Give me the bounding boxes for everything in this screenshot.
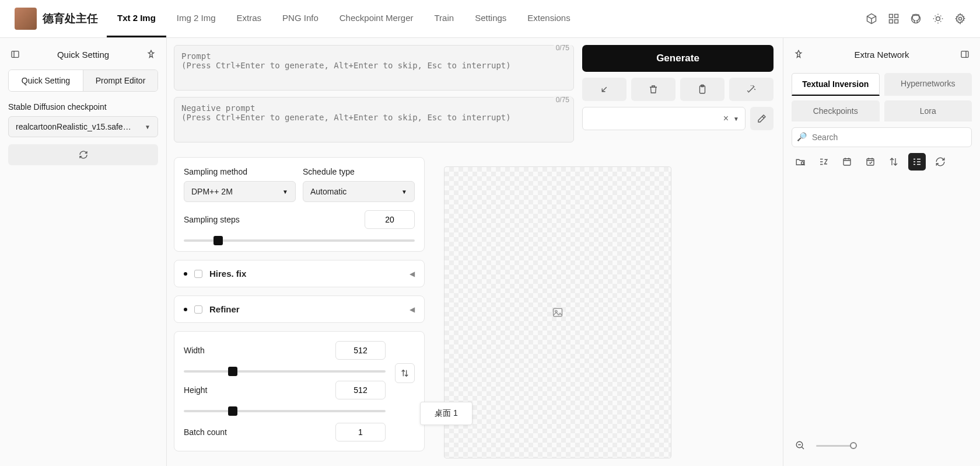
extra-search-input[interactable]: [792, 127, 972, 147]
chevron-down-icon: ▼: [733, 116, 739, 122]
tab-extras[interactable]: Extras: [226, 0, 272, 37]
zoom-out-icon[interactable]: [792, 437, 809, 454]
extra-tab-textual-inversion[interactable]: Textual Inversion: [792, 73, 880, 96]
github-icon[interactable]: [910, 13, 922, 25]
app-title: 德育处主任: [43, 11, 98, 26]
svg-rect-11: [554, 308, 562, 316]
sampling-method-label: Sampling method: [184, 167, 296, 176]
refresh-icon[interactable]: [932, 153, 949, 171]
refresh-icon: [79, 150, 88, 159]
sampling-method-value: DPM++ 2M: [191, 187, 233, 196]
hires-label: Hires. fix: [209, 269, 246, 279]
tab-ckpt-merger[interactable]: Checkpoint Merger: [329, 0, 424, 37]
seg-quick-setting[interactable]: Quick Setting: [9, 70, 83, 91]
sort-name-icon[interactable]: [815, 153, 832, 171]
tab-pnginfo[interactable]: PNG Info: [272, 0, 329, 37]
svg-point-6: [959, 18, 962, 20]
clipboard-button[interactable]: [680, 78, 724, 101]
neg-prompt-token-counter: 0/75: [554, 96, 572, 104]
right-panel-title: Extra Network: [806, 50, 958, 60]
neg-prompt-input[interactable]: [174, 97, 574, 142]
hires-checkbox[interactable]: [194, 270, 202, 278]
prompt-token-counter: 0/75: [554, 45, 572, 52]
sort-modified-icon[interactable]: [862, 153, 879, 171]
tab-txt2img[interactable]: Txt 2 Img: [107, 0, 166, 37]
collapse-caret-icon: ◀: [410, 305, 415, 314]
sun-icon[interactable]: [932, 13, 944, 25]
collapse-left-icon[interactable]: [8, 47, 22, 61]
tree-view-icon[interactable]: [908, 153, 926, 171]
checkpoint-label: Stable Diffusion checkpoint: [8, 102, 158, 112]
checkpoint-select[interactable]: realcartoonRealistic_v15.safetensors ▼: [8, 116, 158, 137]
refiner-accordion[interactable]: Refiner ◀: [174, 295, 425, 323]
sampling-method-select[interactable]: DPM++ 2M ▼: [184, 181, 296, 202]
status-dot-icon: [184, 272, 187, 276]
refiner-checkbox[interactable]: [194, 305, 202, 314]
zoom-slider[interactable]: [816, 445, 857, 447]
left-panel-title: Quick Setting: [22, 50, 144, 60]
edit-styles-button[interactable]: [750, 107, 774, 130]
collapse-caret-icon: ◀: [410, 270, 415, 278]
svg-point-5: [936, 17, 940, 21]
schedule-type-label: Schedule type: [303, 167, 415, 176]
sampling-steps-input[interactable]: [365, 210, 415, 229]
pin-icon[interactable]: [144, 47, 158, 61]
folder-search-icon[interactable]: [792, 153, 809, 171]
svg-rect-0: [890, 15, 893, 18]
chevron-down-icon: ▼: [282, 189, 288, 195]
tab-settings[interactable]: Settings: [464, 0, 517, 37]
pin-icon[interactable]: [792, 47, 806, 61]
status-dot-icon: [184, 308, 187, 311]
slider-thumb[interactable]: [228, 406, 237, 416]
slider-thumb[interactable]: [214, 236, 223, 245]
width-label: Width: [184, 346, 205, 355]
sampling-steps-slider[interactable]: [184, 239, 415, 242]
magic-wand-button[interactable]: [729, 78, 774, 101]
collapse-right-icon[interactable]: [958, 47, 972, 61]
seg-prompt-editor[interactable]: Prompt Editor: [83, 70, 158, 91]
gear-icon[interactable]: [954, 13, 966, 25]
chevron-down-icon: ▼: [401, 189, 407, 195]
image-placeholder-icon: [552, 307, 564, 318]
grid-icon[interactable]: [888, 13, 900, 25]
width-slider[interactable]: [184, 370, 386, 373]
search-icon: 🔎: [797, 132, 807, 141]
cube-icon[interactable]: [866, 13, 877, 25]
height-slider[interactable]: [184, 410, 386, 412]
tab-img2img[interactable]: Img 2 Img: [166, 0, 226, 37]
arrow-down-left-button[interactable]: [582, 78, 626, 101]
height-input[interactable]: [335, 381, 386, 399]
slider-thumb[interactable]: [850, 442, 857, 449]
main-tabs: Txt 2 Img Img 2 Img Extras PNG Info Chec…: [107, 0, 866, 37]
svg-rect-7: [12, 51, 19, 58]
schedule-type-value: Automatic: [310, 187, 346, 196]
slider-thumb[interactable]: [228, 367, 237, 376]
tab-train[interactable]: Train: [424, 0, 465, 37]
width-input[interactable]: [335, 341, 386, 360]
hires-fix-accordion[interactable]: Hires. fix ◀: [174, 260, 425, 287]
schedule-type-select[interactable]: Automatic ▼: [303, 181, 415, 202]
chevron-down-icon: ▼: [145, 124, 150, 130]
styles-select[interactable]: × ▼: [582, 107, 746, 130]
avatar: [15, 8, 37, 30]
generate-button[interactable]: Generate: [582, 45, 774, 72]
extra-tab-hypernetworks[interactable]: Hypernetworks: [884, 73, 972, 96]
swap-dims-button[interactable]: [395, 363, 415, 383]
sampling-steps-label: Sampling steps: [184, 215, 240, 224]
sort-date-icon[interactable]: [838, 153, 856, 171]
close-icon[interactable]: ×: [723, 113, 729, 124]
trash-button[interactable]: [631, 78, 676, 101]
refresh-checkpoint-button[interactable]: [8, 144, 158, 165]
prompt-input[interactable]: [174, 45, 574, 91]
svg-rect-13: [961, 51, 968, 58]
svg-rect-1: [895, 15, 898, 18]
batch-count-label: Batch count: [184, 427, 227, 437]
svg-rect-17: [867, 159, 874, 165]
svg-rect-3: [895, 20, 898, 23]
sort-order-icon[interactable]: [885, 153, 902, 171]
extra-tab-lora[interactable]: Lora: [884, 100, 972, 121]
batch-count-input[interactable]: [335, 423, 386, 441]
tab-extensions[interactable]: Extensions: [517, 0, 580, 37]
extra-tab-checkpoints[interactable]: Checkpoints: [792, 100, 880, 121]
svg-rect-16: [844, 159, 850, 165]
